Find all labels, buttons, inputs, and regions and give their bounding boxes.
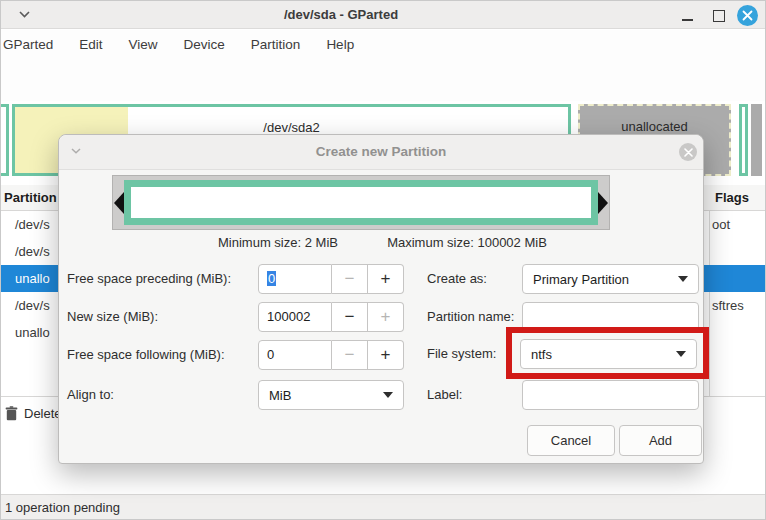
plus-button[interactable]: + <box>368 264 404 294</box>
file-system-value: ntfs <box>531 347 552 362</box>
status-text: 1 operation pending <box>5 495 120 520</box>
add-button[interactable]: Add <box>619 425 702 456</box>
free-space-preceding-label: Free space preceding (MiB): <box>67 264 231 294</box>
gparted-window: /dev/sda - GParted GParted Edit View Dev… <box>0 0 766 520</box>
file-system-label: File system: <box>427 339 496 369</box>
flags-column-header[interactable]: Flags <box>715 185 749 210</box>
toolbar: /dev/sda (447.13 GiB) <box>1 60 766 101</box>
dialog-header: Create new Partition <box>59 135 703 170</box>
menu-edit[interactable]: Edit <box>66 30 115 60</box>
label-input[interactable] <box>522 380 699 410</box>
align-to-dropdown[interactable]: MiB <box>258 380 404 410</box>
new-size-label: New size (MiB): <box>67 302 158 332</box>
slider-left-handle-icon[interactable] <box>114 192 124 214</box>
cancel-button[interactable]: Cancel <box>527 425 615 456</box>
menu-help[interactable]: Help <box>313 30 367 60</box>
partition-cell: unallo <box>15 319 50 346</box>
slider-new-partition-region[interactable] <box>124 180 598 225</box>
window-title: /dev/sda - GParted <box>1 1 681 29</box>
dialog-title: Create new Partition <box>59 135 703 169</box>
partition-name-label: Partition name: <box>427 302 514 332</box>
menu-device[interactable]: Device <box>171 30 238 60</box>
partition-segment-grey-sliver <box>751 104 762 176</box>
chevron-down-icon <box>383 392 393 398</box>
create-as-label: Create as: <box>427 264 487 294</box>
align-to-value: MiB <box>269 388 291 403</box>
minus-button[interactable]: − <box>332 264 368 294</box>
create-as-value: Primary Partition <box>533 272 629 287</box>
free-space-preceding-input[interactable]: 0 <box>258 264 332 294</box>
partition-segment-small-right[interactable] <box>739 104 748 176</box>
chevron-down-icon <box>676 351 686 357</box>
partition-cell: unallo <box>15 265 50 292</box>
maximum-size-label: Maximum size: 100002 MiB <box>387 235 547 250</box>
free-space-following-input[interactable]: 0 <box>258 340 332 370</box>
create-partition-dialog: Create new Partition Minimum size: 2 MiB… <box>58 134 704 464</box>
operation-text: Delete <box>24 406 62 421</box>
flags-cell: sftres <box>712 292 744 319</box>
slider-right-handle-icon[interactable] <box>598 192 608 214</box>
trash-icon <box>5 406 18 421</box>
file-system-dropdown[interactable]: ntfs <box>520 339 697 369</box>
dialog-close-button[interactable] <box>679 143 697 161</box>
partition-cell: /dev/s <box>15 211 50 238</box>
menu-bar: GParted Edit View Device Partition Help <box>1 30 766 60</box>
minus-button[interactable]: − <box>332 302 368 332</box>
partition-segment-small-left[interactable] <box>0 104 9 176</box>
create-as-dropdown[interactable]: Primary Partition <box>522 264 699 294</box>
menu-gparted[interactable]: GParted <box>1 30 66 60</box>
pending-operation-item: Delete <box>5 406 62 421</box>
selected-value: 0 <box>267 271 276 286</box>
minimum-size-label: Minimum size: 2 MiB <box>218 235 338 250</box>
free-space-following-label: Free space following (MiB): <box>67 340 225 370</box>
new-size-input[interactable]: 100002 <box>258 302 332 332</box>
status-bar: 1 operation pending <box>1 494 766 520</box>
flags-cell: oot <box>712 211 730 238</box>
partition-name-input[interactable] <box>522 302 699 332</box>
plus-button[interactable]: + <box>368 340 404 370</box>
partition-cell: /dev/s <box>15 238 50 265</box>
minimize-button[interactable] <box>682 19 693 21</box>
maximize-button[interactable] <box>713 10 725 22</box>
label-label: Label: <box>427 380 462 410</box>
partition-column-header[interactable]: Partition <box>4 185 57 210</box>
close-button[interactable] <box>737 5 758 26</box>
menu-partition[interactable]: Partition <box>238 30 314 60</box>
unallocated-segment-label: unallocated <box>580 119 729 134</box>
partition-cell: /dev/s <box>15 292 50 319</box>
partition-segment-label: /dev/sda2 <box>15 120 568 135</box>
minus-button[interactable]: − <box>332 340 368 370</box>
align-to-label: Align to: <box>67 380 114 410</box>
chevron-down-icon <box>678 276 688 282</box>
menu-view[interactable]: View <box>116 30 171 60</box>
plus-button[interactable]: + <box>368 302 404 332</box>
title-bar: /dev/sda - GParted <box>1 1 766 29</box>
partition-size-slider <box>112 175 610 230</box>
